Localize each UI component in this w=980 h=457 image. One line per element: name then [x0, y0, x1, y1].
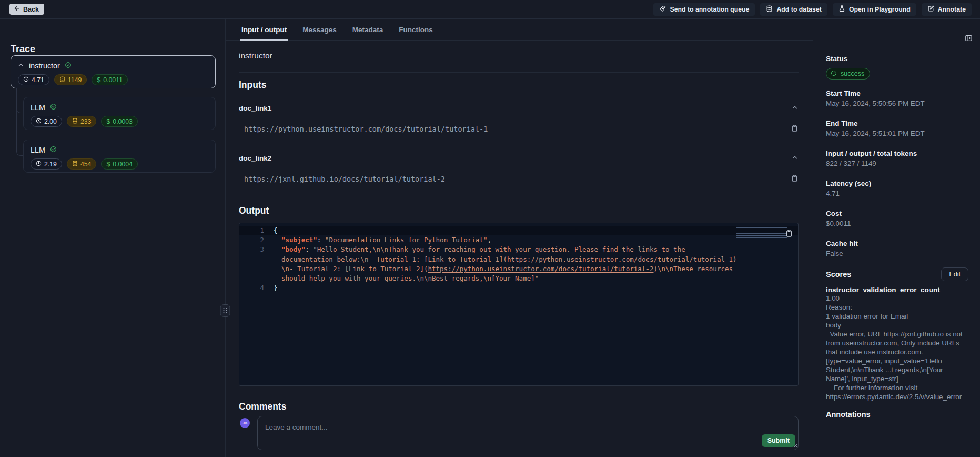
back-button[interactable]: Back [9, 4, 44, 15]
latency-group: Latency (sec) 4.71 [826, 180, 968, 198]
code-lines: 1{2 "subject": "Documentation Links for … [239, 223, 798, 293]
field-value-row: https://python.useinstructor.com/docs/tu… [239, 124, 799, 134]
output-heading: Output [239, 205, 799, 216]
cost-badge: $ 0.0011 [92, 74, 128, 85]
check-circle-icon [50, 103, 57, 112]
node-name: LLM [31, 146, 45, 154]
submit-comment-button[interactable]: Submit [762, 434, 795, 447]
trace-node-llm-2[interactable]: LLM 2.19 454 $ 0.0 [23, 140, 216, 173]
score-value: 1.00 [826, 294, 968, 303]
doc-link2-value: https://jxnl.github.io/docs/tutorial/tut… [239, 175, 445, 183]
chevron-up-icon[interactable] [17, 61, 24, 71]
open-in-playground-button[interactable]: Open in Playground [833, 3, 916, 16]
annotate-button[interactable]: Annotate [922, 3, 972, 16]
latency-badge: 2.00 [31, 116, 62, 127]
output-code-block[interactable]: 1{2 "subject": "Documentation Links for … [239, 223, 799, 386]
tab-content: instructor Inputs doc_link1 https://pyth… [226, 51, 813, 450]
clock-icon [23, 76, 29, 84]
cost-badge: $ 0.0004 [101, 158, 137, 170]
metadata-panel: Status success Start Time May 16, 2024, … [813, 19, 980, 457]
send-to-annotation-queue-label: Send to annotation queue [670, 6, 749, 13]
database-icon [766, 5, 773, 14]
clock-icon [36, 161, 42, 168]
copy-doc-link1-button[interactable] [791, 124, 799, 134]
status-label: Status [826, 55, 968, 63]
latency-badge: 4.71 [18, 74, 49, 85]
check-circle-icon [65, 61, 72, 71]
field-label: doc_link1 [239, 104, 271, 112]
topbar: Back Send to annotation queue Add to dat… [0, 0, 980, 19]
tokens-badge: 454 [67, 158, 97, 170]
arrow-left-icon [14, 5, 20, 13]
collapse-field-button[interactable] [791, 154, 799, 163]
comment-input[interactable] [258, 416, 798, 450]
node-name: LLM [31, 103, 45, 112]
observation-title: instructor [239, 51, 799, 73]
trace-panel-title: Trace [11, 44, 35, 55]
sidebar-resize-handle[interactable] [220, 304, 230, 317]
check-circle-icon [831, 70, 837, 78]
chevron-up-icon [791, 104, 799, 113]
clipboard-icon [785, 231, 793, 239]
database-icon [59, 76, 65, 84]
send-to-annotation-queue-button[interactable]: Send to annotation queue [653, 3, 755, 16]
grip-icon [223, 308, 227, 313]
square-pen-icon [927, 5, 934, 14]
comment-box: Submit [257, 416, 799, 450]
end-time-group: End Time May 16, 2024, 5:51:01 PM EDT [826, 120, 968, 138]
latency-badge: 2.19 [31, 158, 62, 170]
start-time-group: Start Time May 16, 2024, 5:50:56 PM EDT [826, 90, 968, 108]
copy-doc-link2-button[interactable] [791, 174, 799, 184]
panel-right-icon [964, 36, 973, 44]
scores-header: Scores Edit [826, 267, 968, 281]
collapse-field-button[interactable] [791, 104, 799, 113]
dollar-icon: $ [97, 76, 100, 84]
open-in-playground-label: Open in Playground [849, 6, 911, 13]
input-field-doc-link2: doc_link2 [239, 154, 799, 163]
add-to-dataset-button[interactable]: Add to dataset [760, 3, 827, 16]
avatar: JB [240, 418, 250, 428]
observation-detail: Input / output Messages Metadata Functio… [225, 19, 813, 457]
flask-icon [838, 5, 845, 14]
doc-link1-value: https://python.useinstructor.com/docs/tu… [239, 125, 488, 133]
input-field-doc-link1: doc_link1 [239, 104, 799, 113]
detail-tabs: Input / output Messages Metadata Functio… [226, 19, 813, 41]
tab-metadata[interactable]: Metadata [351, 26, 385, 41]
status-badge: success [826, 68, 870, 80]
tab-input-output[interactable]: Input / output [240, 26, 288, 41]
collapse-panel-button[interactable] [964, 34, 973, 44]
code-scrollbar[interactable] [793, 223, 793, 385]
tab-messages[interactable]: Messages [301, 26, 338, 41]
field-value-row: https://jxnl.github.io/docs/tutorial/tut… [239, 174, 799, 184]
scores-label: Scores [826, 270, 851, 279]
tokens-group: Input / output / total tokens 822 / 327 … [826, 150, 968, 168]
clipboard-icon [791, 174, 799, 184]
tab-functions[interactable]: Functions [398, 26, 434, 41]
score-reason-text: 1 validation error for Email body Value … [826, 312, 968, 401]
topbar-actions: Send to annotation queue Add to dataset … [653, 3, 972, 16]
edit-scores-button[interactable]: Edit [941, 267, 968, 281]
dollar-icon: $ [106, 161, 110, 168]
code-minimap[interactable] [736, 227, 787, 242]
back-button-label: Back [23, 6, 39, 13]
trace-detail-page: Back Send to annotation queue Add to dat… [0, 0, 980, 457]
cost-badge: $ 0.0003 [101, 116, 137, 127]
node-name: instructor [29, 62, 60, 70]
score-reason-label: Reason: [826, 303, 968, 312]
trace-node-llm-1[interactable]: LLM 2.00 233 $ 0.0 [23, 97, 216, 130]
field-label: doc_link2 [239, 154, 271, 162]
annotations-heading: Annotations [826, 410, 968, 419]
annotate-label: Annotate [938, 6, 966, 13]
copy-output-button[interactable] [785, 229, 793, 239]
chevron-up-icon [791, 154, 799, 163]
status-group: Status success [826, 55, 968, 80]
clipboard-icon [791, 124, 799, 134]
trace-node-instructor[interactable]: instructor 4.71 1149 $ [11, 55, 216, 88]
trace-tree-panel: Trace instructor 4.71 [0, 19, 225, 457]
database-icon [72, 118, 78, 125]
database-icon [72, 161, 78, 168]
tree-connector [16, 88, 23, 113]
cost-group: Cost $0.0011 [826, 210, 968, 228]
app-body: Trace instructor 4.71 [0, 19, 980, 457]
clock-icon [36, 118, 42, 125]
